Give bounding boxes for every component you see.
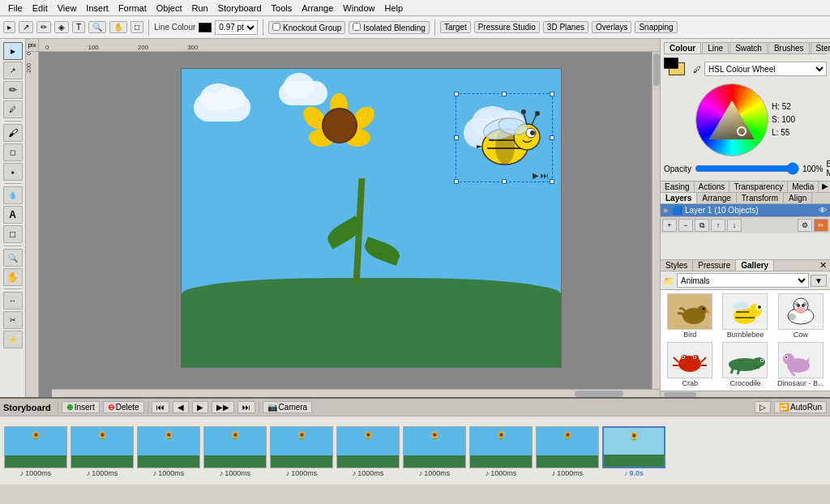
next-icon[interactable]: ⏭ xyxy=(541,171,549,180)
sb-frame-9[interactable]: 🌻 ♪9.0s xyxy=(601,426,666,477)
arrow-tool[interactable]: ▸ xyxy=(3,42,23,60)
tab-transform[interactable]: Transform xyxy=(737,193,784,203)
sb-camera-btn[interactable]: 📷 Camera xyxy=(263,401,313,413)
canvas-hscroll[interactable] xyxy=(52,389,660,397)
isolated-blending-btn[interactable]: Isolated Blending xyxy=(349,21,430,34)
canvas-content[interactable]: ▶ ⏭ xyxy=(39,52,660,397)
menu-object[interactable]: Object xyxy=(152,2,187,14)
play-icon[interactable]: ▶ xyxy=(533,171,539,180)
pan-tool[interactable]: ✋ xyxy=(3,268,23,286)
target-btn[interactable]: Target xyxy=(440,21,471,33)
menu-view[interactable]: View xyxy=(53,2,82,14)
layer-visibility-icon[interactable]: 👁 xyxy=(819,206,827,215)
pressure-btn[interactable]: Pressure Studio xyxy=(474,21,540,33)
sel-handle-bl[interactable] xyxy=(454,179,459,184)
duplicate-layer-btn[interactable]: ⧉ xyxy=(695,219,709,232)
3dplanes-btn[interactable]: 3D Planes xyxy=(543,21,588,33)
tab-gallery[interactable]: Gallery xyxy=(736,260,774,271)
menu-insert[interactable]: Insert xyxy=(81,2,113,14)
knockout-group-btn[interactable]: Knockout Group xyxy=(268,21,345,34)
line-width-select[interactable]: 0.97 pt xyxy=(215,20,258,35)
colour-wheel[interactable] xyxy=(695,83,768,156)
tab-styles[interactable]: Styles xyxy=(661,260,693,271)
menu-edit[interactable]: Edit xyxy=(28,2,53,14)
add-layer-btn[interactable]: + xyxy=(662,219,677,232)
menu-file[interactable]: File xyxy=(3,2,28,14)
menu-arrange[interactable]: Arrange xyxy=(297,2,338,14)
gallery-item-bumblebee[interactable]: Bumblebee xyxy=(719,293,771,339)
canvas-vscroll[interactable] xyxy=(652,52,660,389)
sb-frame-4[interactable]: 🌻 ♪1000ms xyxy=(269,426,334,477)
sb-frame-3[interactable]: 🌻 ♪1000ms xyxy=(203,426,267,477)
sb-autorun-btn[interactable]: 🔁 AutoRun xyxy=(774,401,827,413)
menu-storyboard[interactable]: Storyboard xyxy=(213,2,267,14)
tab-pressure[interactable]: Pressure xyxy=(693,260,736,271)
sel-handle-br[interactable] xyxy=(550,179,554,184)
gallery-item-dinosaur[interactable]: Dinosaur - B... xyxy=(775,342,827,387)
sb-back-btn[interactable]: ◀ xyxy=(173,401,189,413)
sb-frame-8[interactable]: 🌻 ♪1000ms xyxy=(535,426,600,477)
layer-settings-btn[interactable]: ⚙ xyxy=(798,219,812,232)
node-tool-btn[interactable]: ◈ xyxy=(54,21,69,33)
zoom-tool-btn[interactable]: 🔍 xyxy=(88,21,106,33)
tab-brushes[interactable]: Brushes xyxy=(768,42,810,53)
sb-play-all-btn[interactable]: ▷ xyxy=(755,401,771,413)
move-up-btn[interactable]: ↑ xyxy=(711,219,725,232)
line-colour-swatch[interactable] xyxy=(199,23,212,32)
tab-easing[interactable]: Easing xyxy=(661,182,695,192)
tab-arrange[interactable]: Arrange xyxy=(697,193,737,203)
text-tool[interactable]: A xyxy=(3,206,23,224)
scissors-tool[interactable]: ✂ xyxy=(3,311,23,329)
move-down-btn[interactable]: ↓ xyxy=(727,219,742,232)
shape-tool[interactable]: □ xyxy=(3,225,23,243)
easing-expand-btn[interactable]: ▶ xyxy=(819,182,830,192)
eyedropper-tool[interactable]: 💧 xyxy=(3,186,23,204)
colour-swatches[interactable] xyxy=(664,58,690,80)
bee-selection[interactable]: ▶ ⏭ xyxy=(456,93,553,182)
gallery-close-btn[interactable]: ✕ xyxy=(816,260,830,271)
sb-insert-btn[interactable]: ⊕ Insert xyxy=(62,401,100,413)
menu-tools[interactable]: Tools xyxy=(267,2,297,14)
canvas-area[interactable]: pix 0 100 200 300 0 200 xyxy=(26,39,660,397)
sb-prev-frame-btn[interactable]: ⏮ xyxy=(152,401,169,413)
tab-media[interactable]: Media xyxy=(788,182,819,192)
sel-handle-tm[interactable] xyxy=(502,92,507,96)
gallery-item-crocodile[interactable]: Crocodile xyxy=(719,342,771,387)
sb-frame-7[interactable]: 🌻 ♪1000ms xyxy=(468,426,533,477)
menu-window[interactable]: Window xyxy=(338,2,379,14)
sb-play-btn[interactable]: ▶ xyxy=(192,401,208,413)
tab-colour[interactable]: Colour xyxy=(664,42,701,53)
menu-help[interactable]: Help xyxy=(379,2,408,14)
gallery-category-select[interactable]: Animals xyxy=(677,273,809,288)
knife-tool[interactable]: ⚡ xyxy=(3,331,23,348)
tab-line[interactable]: Line xyxy=(702,42,729,53)
text-tool-btn[interactable]: T xyxy=(72,21,85,33)
eraser-tool[interactable]: ◻ xyxy=(3,143,23,161)
tab-align[interactable]: Align xyxy=(784,193,812,203)
sel-handle-ml[interactable] xyxy=(454,135,459,140)
tab-stencils[interactable]: Stencils xyxy=(811,42,830,53)
sb-frame-1[interactable]: 🌻 ♪1000ms xyxy=(70,426,135,477)
opacity-slider[interactable] xyxy=(695,164,799,173)
tab-actions[interactable]: Actions xyxy=(695,182,730,192)
delete-layer-btn[interactable]: − xyxy=(678,219,693,232)
gallery-item-cow[interactable]: Cow xyxy=(775,293,827,339)
gallery-item-crab[interactable]: Crab xyxy=(664,342,716,387)
sb-frame-2[interactable]: 🌻 ♪1000ms xyxy=(136,426,201,477)
sb-delete-btn[interactable]: ⊖ Delete xyxy=(103,401,144,413)
layer-edit-btn[interactable]: ✏ xyxy=(814,219,828,232)
sel-handle-bm[interactable] xyxy=(502,179,507,184)
sb-frame-0[interactable]: 🌻 ♪1000ms xyxy=(3,426,68,477)
overlays-btn[interactable]: Overlays xyxy=(592,21,631,33)
sel-handle-tl[interactable] xyxy=(454,92,459,96)
select-tool-btn[interactable]: ▸ xyxy=(3,21,15,33)
subselect-tool[interactable]: ↗ xyxy=(3,62,23,79)
illustration-canvas[interactable]: ▶ ⏭ xyxy=(181,68,562,368)
brush-tool[interactable]: 🖌 xyxy=(3,124,23,142)
sb-frame-6[interactable]: 🌻 ♪1000ms xyxy=(402,426,467,477)
tab-swatch[interactable]: Swatch xyxy=(729,42,768,53)
sel-handle-tr[interactable] xyxy=(550,92,554,96)
tab-layers[interactable]: Layers xyxy=(661,193,697,203)
tab-transparency[interactable]: Transparency xyxy=(729,182,788,192)
fill-tool[interactable]: ⬥ xyxy=(3,163,23,181)
